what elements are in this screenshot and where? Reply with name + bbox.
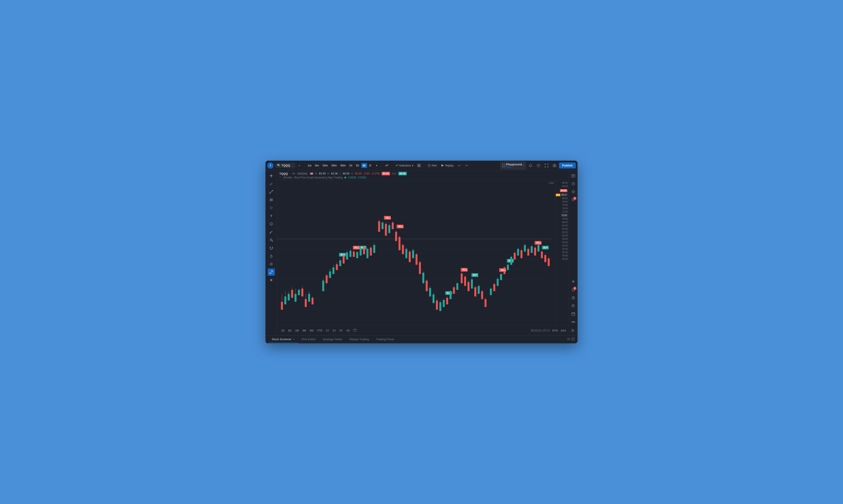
tab-replay-trading[interactable]: Replay Trading (346, 336, 373, 343)
svg-rect-5 (419, 166, 420, 167)
range-1y[interactable]: 1Y (325, 328, 330, 333)
price-46: 46.00 (562, 258, 568, 260)
expand-indicator[interactable]: ⌃ (279, 176, 282, 179)
layers2-icon[interactable]: 1 (570, 196, 577, 203)
layers-icon[interactable] (570, 188, 577, 195)
save-label: Save (506, 166, 511, 168)
svg-rect-62 (291, 290, 293, 298)
time-30m[interactable]: 30m (339, 163, 347, 168)
price-54: 54.00 (562, 245, 568, 247)
rth-btn[interactable]: RTH (552, 329, 558, 332)
clock-icon-btn[interactable] (535, 162, 542, 169)
chart-flags: 🇺🇸 (310, 172, 313, 175)
replay-button[interactable]: Replay (440, 162, 455, 169)
price-70: 70.00 (562, 218, 568, 220)
range-5d[interactable]: 5D (287, 328, 293, 333)
svg-rect-216 (531, 246, 533, 253)
fullscreen-button[interactable] (543, 162, 550, 169)
zoom-tool[interactable] (268, 236, 275, 244)
svg-rect-108 (366, 249, 369, 258)
undo-button[interactable]: ↩ (456, 162, 463, 169)
tab-stock-screener[interactable]: Stock Screener ▾ (268, 336, 298, 343)
change-value: -2.64 (363, 172, 370, 175)
tab-strategy-tester[interactable]: Strategy Tester (319, 336, 346, 343)
tab-pine-editor[interactable]: Pine Editor (298, 336, 319, 343)
toolbar: T 🔍 TQQQ + 1m 5m 15m 20m 30m 1h 2h 4h D … (266, 161, 577, 170)
patterns-tool[interactable] (268, 196, 275, 203)
time-1h[interactable]: 1h (348, 163, 354, 168)
collapse-tabs-icon[interactable] (567, 337, 570, 342)
replay-trading-label: Replay Trading (349, 338, 369, 341)
pencil-tool[interactable] (268, 180, 275, 187)
emoji-tool[interactable] (268, 220, 275, 228)
brush-tool[interactable] (268, 228, 275, 235)
alert-icon[interactable]: 7 (570, 286, 577, 293)
svg-rect-162 (450, 291, 452, 299)
playground-button[interactable]: Playground Save ▾ (500, 162, 526, 169)
link-tool[interactable] (268, 269, 275, 276)
svg-rect-150 (433, 294, 435, 303)
time-4h[interactable]: 4h (361, 163, 367, 168)
sell-badge: 80.55 (382, 172, 390, 175)
svg-line-31 (272, 241, 273, 241)
time-15m[interactable]: 15m (321, 163, 329, 168)
layout-button[interactable] (416, 162, 422, 169)
alert-button[interactable]: Alert (426, 162, 439, 169)
range-6m[interactable]: 6M (308, 328, 315, 333)
camera-button[interactable] (551, 162, 558, 169)
range-1d[interactable]: 1D (280, 328, 286, 333)
range-all[interactable]: All (345, 328, 351, 333)
svg-rect-164 (453, 287, 455, 294)
time-1m[interactable]: 1m (306, 163, 313, 168)
svg-rect-106 (363, 247, 365, 254)
time-D[interactable]: D (368, 163, 373, 168)
range-3y[interactable]: 3Y (331, 328, 337, 333)
app-logo[interactable]: T (267, 162, 273, 169)
time-2h[interactable]: 2h (355, 163, 360, 168)
interval-dropdown[interactable]: ▾ (374, 162, 380, 169)
ruler-icon[interactable] (570, 319, 577, 325)
text-tool[interactable]: T (268, 212, 275, 219)
measure-tool[interactable] (268, 204, 275, 212)
calendar-icon-right[interactable] (570, 310, 577, 318)
range-5y[interactable]: 5Y (338, 328, 344, 333)
expand-tabs-icon[interactable] (571, 337, 575, 342)
svg-rect-180 (481, 291, 483, 299)
watch-list-icon[interactable] (570, 172, 577, 179)
adj-btn[interactable]: ADJ (561, 329, 566, 332)
feed-icon[interactable] (570, 326, 577, 334)
range-ytd[interactable]: YTD (316, 328, 324, 333)
svg-rect-90 (343, 255, 345, 264)
add-symbol-button[interactable]: + (296, 162, 303, 169)
publish-button[interactable]: Publish (559, 162, 576, 168)
broadcast-icon[interactable] (570, 278, 577, 285)
indicator-change: 0.0000 (358, 176, 366, 179)
notification-bell[interactable] (527, 162, 534, 169)
svg-rect-247 (572, 175, 575, 177)
time-20m[interactable]: 20m (330, 163, 338, 168)
crosshair-tool[interactable] (268, 172, 275, 179)
chart-canvas[interactable]: BUY SELL BUY (277, 180, 569, 325)
sync-icon[interactable] (570, 302, 577, 309)
help-icon[interactable]: ? (570, 294, 577, 302)
trendline-tool[interactable] (268, 188, 275, 195)
svg-text:SELL: SELL (501, 269, 506, 271)
svg-rect-198 (507, 265, 509, 270)
delete-tool[interactable] (268, 276, 275, 284)
redo-button[interactable]: ↪ (463, 162, 470, 169)
pre-badge: Pre (556, 194, 560, 196)
symbol-search[interactable]: 🔍 TQQQ (275, 163, 295, 168)
eye-tool[interactable] (268, 260, 275, 268)
magnet-tool[interactable] (268, 245, 275, 252)
range-3m[interactable]: 3M (301, 328, 307, 333)
compare-button[interactable] (383, 162, 390, 169)
range-1m[interactable]: 1M (294, 328, 300, 333)
indicators-button[interactable]: Indicators ▾ (394, 162, 415, 169)
svg-rect-122 (388, 225, 390, 233)
tab-trading-panel[interactable]: Trading Panel (373, 336, 397, 343)
history-icon[interactable] (570, 180, 577, 187)
time-5m[interactable]: 5m (313, 163, 320, 168)
calendar-range-btn[interactable] (352, 328, 358, 333)
lock-tool[interactable] (268, 252, 275, 259)
bottom-right-info: 08:55:01 UTC-5 RTH ADJ (531, 329, 566, 332)
